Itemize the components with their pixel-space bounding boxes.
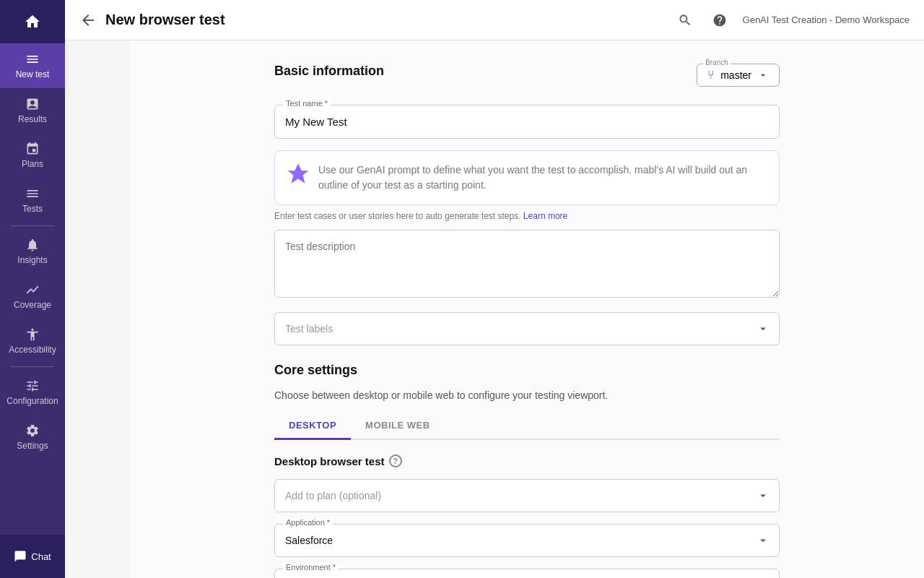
branch-icon: ⑂	[707, 69, 715, 82]
sidebar-item-results[interactable]: Results	[0, 88, 65, 133]
back-button[interactable]	[79, 12, 97, 29]
test-description-input[interactable]	[274, 230, 780, 298]
branch-label: Branch	[703, 59, 731, 66]
sidebar-item-tests[interactable]: Tests	[0, 178, 65, 223]
basic-info-header: Basic information Branch ⑂ master	[274, 64, 780, 90]
test-labels-select[interactable]: Test labels	[274, 312, 780, 345]
sidebar-divider-2	[11, 366, 54, 367]
test-name-group: Test name *	[274, 105, 780, 139]
sidebar-item-accessibility[interactable]: Accessibility	[0, 319, 65, 363]
search-button[interactable]	[674, 9, 697, 32]
main-content: Basic information Branch ⑂ master Test n…	[130, 40, 924, 578]
environment-label: Environment *	[283, 563, 339, 571]
add-to-plan-group: Add to plan (optional)	[274, 479, 780, 512]
chat-button[interactable]: Chat	[0, 535, 65, 578]
genai-helper: Enter test cases or user stories here to…	[274, 211, 780, 221]
application-group: Application * Salesforce	[274, 524, 780, 557]
page-title: New browser test	[105, 12, 225, 28]
basic-info-title: Basic information	[274, 64, 384, 79]
workspace-label: GenAI Test Creation - Demo Workspace	[743, 14, 910, 25]
content-area: Basic information Branch ⑂ master Test n…	[274, 64, 780, 578]
core-settings-desc: Choose between desktop or mobile web to …	[274, 389, 780, 401]
topbar: New browser test GenAI Test Creation - D…	[65, 0, 924, 40]
sidebar-item-coverage[interactable]: Coverage	[0, 274, 65, 319]
desktop-test-label: Desktop browser test ?	[274, 454, 780, 467]
application-select[interactable]: Salesforce	[274, 524, 780, 557]
sidebar-item-plans[interactable]: Plans	[0, 133, 65, 178]
viewport-tabs: DESKTOP MOBILE WEB	[274, 413, 780, 440]
test-name-label: Test name *	[283, 99, 331, 108]
genai-icon	[287, 163, 310, 186]
tab-desktop[interactable]: DESKTOP	[274, 413, 351, 440]
topbar-right: GenAI Test Creation - Demo Workspace	[674, 9, 910, 32]
branch-value: master	[720, 69, 751, 81]
sidebar-item-insights[interactable]: Insights	[0, 229, 65, 274]
branch-dropdown-icon	[757, 69, 769, 81]
sidebar-item-configuration[interactable]: Configuration	[0, 370, 65, 415]
help-button[interactable]	[708, 9, 731, 32]
test-labels-group: Test labels	[274, 312, 780, 345]
core-settings: Core settings Choose between desktop or …	[274, 363, 780, 578]
home-button[interactable]	[0, 0, 65, 43]
environment-box	[274, 569, 780, 578]
branch-selector[interactable]: Branch ⑂ master	[697, 64, 780, 87]
core-settings-title: Core settings	[274, 363, 780, 378]
application-label: Application *	[283, 518, 333, 527]
test-desc-wrapper	[274, 230, 780, 301]
sidebar-item-new-test[interactable]: New test	[0, 43, 65, 88]
environment-group: Environment *	[274, 569, 780, 578]
add-to-plan-select[interactable]: Add to plan (optional)	[274, 479, 780, 512]
sidebar-item-settings[interactable]: Settings	[0, 415, 65, 460]
learn-more-link[interactable]: Learn more	[523, 211, 567, 221]
test-labels-placeholder: Test labels	[285, 323, 333, 335]
desktop-test-help-icon[interactable]: ?	[389, 454, 402, 467]
sidebar: New test Results Plans Tests Insights Co…	[0, 0, 65, 578]
sidebar-divider	[11, 225, 54, 226]
test-name-input[interactable]	[274, 105, 780, 139]
tab-mobile-web[interactable]: MOBILE WEB	[351, 413, 445, 440]
genai-text: Use our GenAI prompt to define what you …	[318, 163, 767, 193]
genai-prompt-box: Use our GenAI prompt to define what you …	[274, 150, 780, 205]
svg-marker-0	[288, 164, 309, 184]
